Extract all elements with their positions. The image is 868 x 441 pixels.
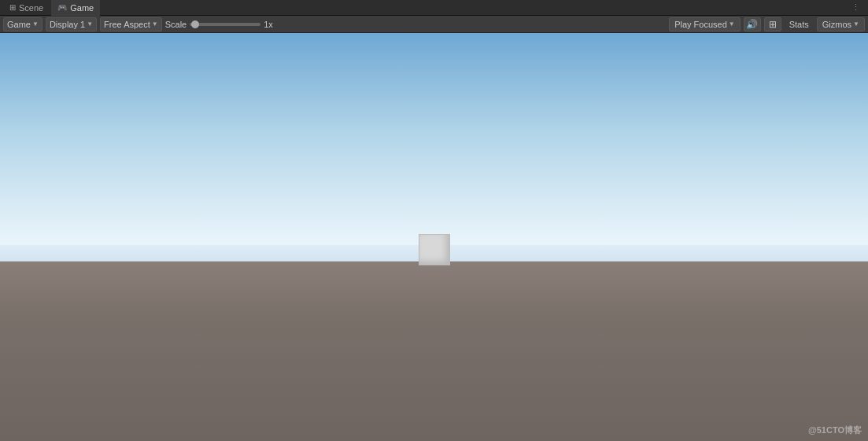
scale-thumb [191, 20, 199, 28]
play-focused-label: Play Focused [674, 20, 727, 29]
stats-label: Stats [789, 20, 809, 29]
aspect-dropdown-arrow: ▼ [152, 20, 158, 28]
game-icon: 🎮 [57, 3, 67, 12]
watermark: @51CTO博客 [808, 424, 862, 436]
play-focused-arrow: ▼ [729, 20, 735, 28]
game-viewport: @51CTO博客 [0, 33, 868, 441]
scale-label: Scale [165, 20, 187, 29]
tab-game[interactable]: 🎮 Game [51, 0, 100, 16]
play-focused-button[interactable]: Play Focused ▼ [669, 17, 741, 32]
game-dropdown[interactable]: Game ▼ [3, 17, 42, 32]
game-dropdown-label: Game [7, 20, 31, 29]
gizmos-label: Gizmos [822, 20, 851, 29]
tab-bar: ⊞ Scene 🎮 Game ⋮ [0, 0, 868, 16]
toolbar: Game ▼ Display 1 ▼ Free Aspect ▼ Scale 1… [0, 16, 868, 33]
ground-plane [0, 261, 868, 441]
grid-button[interactable]: ⊞ [764, 17, 781, 32]
scene-icon: ⊞ [9, 3, 16, 12]
gizmos-button[interactable]: Gizmos ▼ [817, 17, 865, 32]
tab-game-label: Game [70, 3, 94, 13]
more-options-button[interactable]: ⋮ [847, 2, 865, 13]
game-dropdown-arrow: ▼ [32, 20, 39, 28]
scale-slider[interactable] [190, 23, 260, 26]
gizmos-arrow: ▼ [853, 20, 859, 28]
audio-icon: 🔊 [746, 19, 758, 30]
tab-scene-label: Scene [19, 3, 43, 13]
grid-icon: ⊞ [769, 19, 777, 30]
display-dropdown[interactable]: Display 1 ▼ [46, 17, 97, 32]
scale-value: 1x [264, 20, 273, 29]
audio-button[interactable]: 🔊 [744, 17, 761, 32]
tab-scene[interactable]: ⊞ Scene [3, 0, 50, 16]
scale-section: Scale 1x [165, 20, 273, 29]
stats-button[interactable]: Stats [785, 17, 814, 32]
game-cube-object [419, 234, 450, 265]
aspect-dropdown-label: Free Aspect [104, 20, 150, 29]
more-icon: ⋮ [851, 2, 860, 12]
aspect-dropdown[interactable]: Free Aspect ▼ [100, 17, 162, 32]
display-dropdown-label: Display 1 [50, 20, 85, 29]
display-dropdown-arrow: ▼ [87, 20, 93, 28]
